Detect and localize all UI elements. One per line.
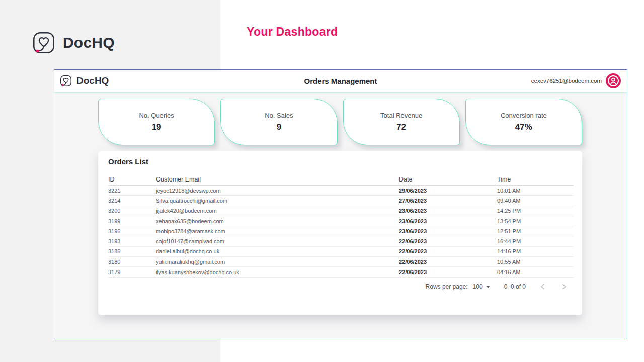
chevron-right-icon [560,283,568,291]
screen: DocHQ Your Dashboard DocHQ Orders Manage… [0,0,644,362]
cell-time: 04:16 AM [497,269,574,275]
cell-time: 16:44 PM [497,238,574,244]
cell-time: 09:40 AM [497,198,574,204]
cell-id: 3193 [108,238,156,244]
table-row: 3196 mobipo3784@aramask.com 23/06/2023 1… [108,226,574,236]
stats-row: No. Queries 19 No. Sales 9 Total Revenue… [98,99,582,145]
cell-time: 10:55 AM [497,259,574,265]
cell-email: yulii.maraliukhq@gmail.com [156,259,399,265]
brand: DocHQ [31,30,115,55]
cell-id: 3200 [108,208,156,214]
cell-date: 23/06/2023 [399,218,497,224]
stat-card-sales: No. Sales 9 [220,99,337,145]
cell-time: 10:01 AM [497,188,574,194]
cell-id: 3180 [108,259,156,265]
orders-table: ID Customer Email Date Time 3221 jeyoc12… [108,174,574,278]
column-header-id: ID [108,176,156,183]
table-header: ID Customer Email Date Time [108,174,574,186]
user-email: cexev76251@bodeem.com [531,78,602,84]
cell-date: 23/06/2023 [399,208,497,214]
cell-email: xehanax635@bodeem.com [156,218,399,224]
stat-value: 9 [277,122,281,132]
column-header-email: Customer Email [156,176,399,183]
orders-card: Orders List ID Customer Email Date Time … [98,151,582,315]
brand-name: DocHQ [63,34,115,51]
page-title: Your Dashboard [247,25,338,39]
panel-brand-name: DocHQ [76,75,109,86]
table-row: 3199 xehanax635@bodeem.com 23/06/2023 13… [108,216,574,226]
stat-value: 19 [152,122,162,132]
table-row: 3186 daniel.albul@dochq.co.uk 22/06/2023… [108,247,574,257]
cell-time: 13:54 PM [497,218,574,224]
cell-time: 14:25 PM [497,208,574,214]
cell-date: 22/06/2023 [399,248,497,254]
cell-id: 3199 [108,218,156,224]
cell-id: 3214 [108,198,156,204]
cell-email: jijalek420@bodeem.com [156,208,399,214]
cell-id: 3186 [108,248,156,254]
table-row: 3200 jijalek420@bodeem.com 23/06/2023 14… [108,206,574,216]
column-header-time: Time [497,176,574,183]
panel-brand: DocHQ [59,70,109,92]
stat-label: Total Revenue [380,112,422,119]
table-row: 3193 cojof10147@camplvad.com 22/06/2023 … [108,236,574,246]
stat-value: 47% [515,122,532,132]
rows-per-page-value: 100 [473,283,483,290]
pagination: Rows per page: 100 0–0 of 0 [426,283,568,291]
dashboard-panel: DocHQ Orders Management cexev76251@bodee… [54,69,627,339]
cell-id: 3196 [108,228,156,234]
cell-date: 23/06/2023 [399,228,497,234]
cell-id: 3179 [108,269,156,275]
stat-value: 72 [396,122,406,132]
dochq-logo-icon [59,74,72,87]
cell-date: 22/06/2023 [399,259,497,265]
cell-email: Silva.quattrocchi@gmail.com [156,198,399,204]
dochq-logo-icon [31,30,56,55]
cell-email: cojof10147@camplvad.com [156,238,399,244]
cell-email: mobipo3784@aramask.com [156,228,399,234]
next-page-button[interactable] [560,283,568,291]
column-header-date: Date [399,176,497,183]
cell-date: 22/06/2023 [399,238,497,244]
pagination-range: 0–0 of 0 [504,283,526,290]
cell-email: ilyas.kuanyshbekov@dochq.co.uk [156,269,399,275]
stat-card-revenue: Total Revenue 72 [343,99,460,145]
rows-per-page-label: Rows per page: [426,283,468,290]
stat-label: Conversion rate [501,112,547,119]
cell-email: jeyoc12918@devswp.com [156,188,399,194]
table-row: 3180 yulii.maraliukhq@gmail.com 22/06/20… [108,257,574,267]
account-avatar-icon[interactable] [606,73,621,88]
stat-label: No. Sales [265,112,293,119]
stat-card-queries: No. Queries 19 [98,99,215,145]
dropdown-caret-icon [486,286,490,288]
table-body: 3221 jeyoc12918@devswp.com 29/06/2023 10… [108,186,574,278]
previous-page-button[interactable] [539,283,547,291]
cell-date: 29/06/2023 [399,188,497,194]
table-row: 3179 ilyas.kuanyshbekov@dochq.co.uk 22/0… [108,267,574,277]
stat-card-conversion: Conversion rate 47% [465,99,582,145]
table-row: 3214 Silva.quattrocchi@gmail.com 27/06/2… [108,196,574,206]
cell-email: daniel.albul@dochq.co.uk [156,248,399,254]
cell-date: 27/06/2023 [399,198,497,204]
cell-id: 3221 [108,188,156,194]
header-account-area: cexev76251@bodeem.com [531,70,621,92]
cell-date: 22/06/2023 [399,269,497,275]
orders-list-title: Orders List [108,157,148,166]
cell-time: 12:51 PM [497,228,574,234]
stat-label: No. Queries [139,112,174,119]
table-row: 3221 jeyoc12918@devswp.com 29/06/2023 10… [108,186,574,196]
cell-time: 14:16 PM [497,248,574,254]
chevron-left-icon [539,283,547,291]
rows-per-page-select[interactable]: 100 [473,283,490,290]
panel-header: DocHQ Orders Management cexev76251@bodee… [54,70,627,93]
